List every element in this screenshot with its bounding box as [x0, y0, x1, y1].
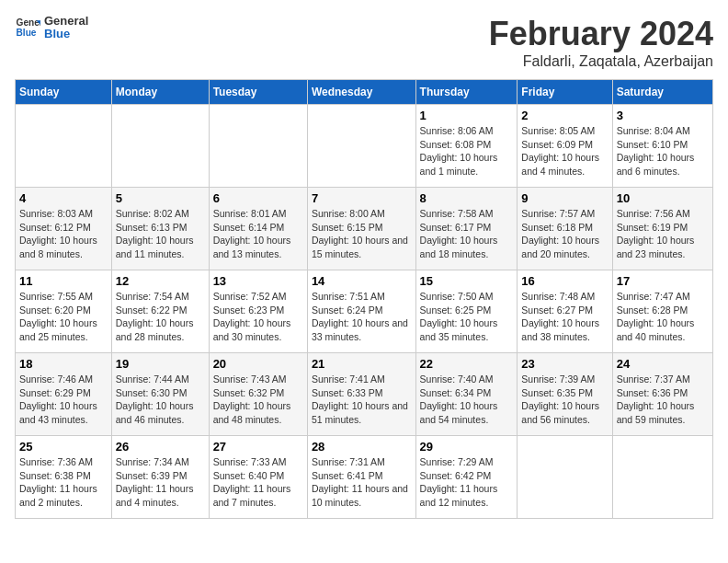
day-info: Sunrise: 8:05 AM Sunset: 6:09 PM Dayligh…	[521, 124, 608, 178]
day-cell: 19Sunrise: 7:44 AM Sunset: 6:30 PM Dayli…	[111, 353, 209, 436]
day-info: Sunrise: 7:47 AM Sunset: 6:28 PM Dayligh…	[617, 290, 709, 344]
day-number: 1	[420, 109, 514, 122]
day-number: 29	[420, 440, 514, 454]
day-cell	[111, 105, 209, 188]
header-friday: Friday	[518, 80, 612, 105]
day-number: 16	[521, 274, 608, 288]
day-cell: 20Sunrise: 7:43 AM Sunset: 6:32 PM Dayli…	[209, 353, 307, 436]
day-cell: 1Sunrise: 8:06 AM Sunset: 6:08 PM Daylig…	[415, 105, 518, 188]
header-wednesday: Wednesday	[307, 80, 415, 105]
day-info: Sunrise: 7:36 AM Sunset: 6:38 PM Dayligh…	[19, 455, 108, 510]
title-block: February 2024 Faldarli, Zaqatala, Azerba…	[489, 15, 713, 70]
logo-icon: General Blue	[15, 15, 40, 40]
day-cell: 3Sunrise: 8:04 AM Sunset: 6:10 PM Daylig…	[612, 105, 712, 188]
day-cell: 21Sunrise: 7:41 AM Sunset: 6:33 PM Dayli…	[307, 353, 415, 436]
day-info: Sunrise: 7:56 AM Sunset: 6:19 PM Dayligh…	[617, 207, 709, 261]
day-cell: 14Sunrise: 7:51 AM Sunset: 6:24 PM Dayli…	[307, 270, 415, 353]
day-cell: 17Sunrise: 7:47 AM Sunset: 6:28 PM Dayli…	[612, 270, 712, 353]
day-number: 24	[617, 357, 709, 371]
day-number: 14	[312, 274, 412, 288]
day-cell	[518, 436, 612, 519]
day-info: Sunrise: 7:43 AM Sunset: 6:32 PM Dayligh…	[213, 373, 303, 427]
day-cell: 26Sunrise: 7:34 AM Sunset: 6:39 PM Dayli…	[111, 436, 209, 519]
week-row-4: 18Sunrise: 7:46 AM Sunset: 6:29 PM Dayli…	[16, 353, 713, 436]
header-row: SundayMondayTuesdayWednesdayThursdayFrid…	[16, 80, 713, 105]
day-info: Sunrise: 7:44 AM Sunset: 6:30 PM Dayligh…	[116, 373, 205, 427]
header-tuesday: Tuesday	[209, 80, 307, 105]
day-cell: 28Sunrise: 7:31 AM Sunset: 6:41 PM Dayli…	[307, 436, 415, 519]
day-number: 20	[213, 357, 303, 371]
day-cell: 10Sunrise: 7:56 AM Sunset: 6:19 PM Dayli…	[612, 188, 712, 270]
header-saturday: Saturday	[612, 80, 712, 105]
day-cell: 9Sunrise: 7:57 AM Sunset: 6:18 PM Daylig…	[518, 188, 612, 270]
day-cell	[16, 105, 112, 188]
day-cell: 5Sunrise: 8:02 AM Sunset: 6:13 PM Daylig…	[111, 188, 209, 270]
day-info: Sunrise: 8:00 AM Sunset: 6:15 PM Dayligh…	[312, 207, 412, 261]
day-number: 2	[521, 109, 608, 122]
day-cell: 29Sunrise: 7:29 AM Sunset: 6:42 PM Dayli…	[415, 436, 518, 519]
day-info: Sunrise: 7:39 AM Sunset: 6:35 PM Dayligh…	[521, 373, 608, 427]
day-number: 23	[521, 357, 608, 371]
day-cell: 27Sunrise: 7:33 AM Sunset: 6:40 PM Dayli…	[209, 436, 307, 519]
week-row-5: 25Sunrise: 7:36 AM Sunset: 6:38 PM Dayli…	[16, 436, 713, 519]
day-number: 28	[312, 440, 412, 454]
header-monday: Monday	[111, 80, 209, 105]
day-info: Sunrise: 7:41 AM Sunset: 6:33 PM Dayligh…	[312, 373, 412, 427]
day-cell: 18Sunrise: 7:46 AM Sunset: 6:29 PM Dayli…	[16, 353, 112, 436]
logo: General Blue General Blue	[15, 15, 88, 41]
day-info: Sunrise: 7:31 AM Sunset: 6:41 PM Dayligh…	[312, 455, 412, 510]
day-info: Sunrise: 8:04 AM Sunset: 6:10 PM Dayligh…	[617, 124, 709, 178]
day-number: 27	[213, 440, 303, 454]
day-info: Sunrise: 7:29 AM Sunset: 6:42 PM Dayligh…	[420, 455, 514, 510]
day-info: Sunrise: 7:58 AM Sunset: 6:17 PM Dayligh…	[420, 207, 514, 261]
day-number: 22	[420, 357, 514, 371]
day-info: Sunrise: 8:06 AM Sunset: 6:08 PM Dayligh…	[420, 124, 514, 178]
calendar-table: SundayMondayTuesdayWednesdayThursdayFrid…	[15, 79, 713, 519]
day-info: Sunrise: 7:55 AM Sunset: 6:20 PM Dayligh…	[19, 290, 108, 344]
day-info: Sunrise: 7:51 AM Sunset: 6:24 PM Dayligh…	[312, 290, 412, 344]
logo-general: General	[44, 15, 88, 28]
day-number: 13	[213, 274, 303, 288]
day-number: 25	[19, 440, 108, 454]
day-info: Sunrise: 7:34 AM Sunset: 6:39 PM Dayligh…	[116, 455, 205, 510]
day-cell	[209, 105, 307, 188]
day-number: 10	[617, 191, 709, 205]
day-cell: 2Sunrise: 8:05 AM Sunset: 6:09 PM Daylig…	[518, 105, 612, 188]
day-cell: 11Sunrise: 7:55 AM Sunset: 6:20 PM Dayli…	[16, 270, 112, 353]
page-header: General Blue General Blue February 2024 …	[15, 15, 713, 70]
day-number: 4	[19, 191, 108, 205]
day-number: 5	[116, 191, 205, 205]
day-number: 6	[213, 191, 303, 205]
day-cell: 16Sunrise: 7:48 AM Sunset: 6:27 PM Dayli…	[518, 270, 612, 353]
day-cell: 15Sunrise: 7:50 AM Sunset: 6:25 PM Dayli…	[415, 270, 518, 353]
day-number: 12	[116, 274, 205, 288]
day-info: Sunrise: 7:57 AM Sunset: 6:18 PM Dayligh…	[521, 207, 608, 261]
day-cell: 13Sunrise: 7:52 AM Sunset: 6:23 PM Dayli…	[209, 270, 307, 353]
day-info: Sunrise: 8:02 AM Sunset: 6:13 PM Dayligh…	[116, 207, 205, 261]
header-sunday: Sunday	[16, 80, 112, 105]
day-cell: 12Sunrise: 7:54 AM Sunset: 6:22 PM Dayli…	[111, 270, 209, 353]
day-info: Sunrise: 7:40 AM Sunset: 6:34 PM Dayligh…	[420, 373, 514, 427]
day-number: 18	[19, 357, 108, 371]
day-info: Sunrise: 7:54 AM Sunset: 6:22 PM Dayligh…	[116, 290, 205, 344]
day-cell: 24Sunrise: 7:37 AM Sunset: 6:36 PM Dayli…	[612, 353, 712, 436]
week-row-3: 11Sunrise: 7:55 AM Sunset: 6:20 PM Dayli…	[16, 270, 713, 353]
week-row-2: 4Sunrise: 8:03 AM Sunset: 6:12 PM Daylig…	[16, 188, 713, 270]
day-info: Sunrise: 7:46 AM Sunset: 6:29 PM Dayligh…	[19, 373, 108, 427]
svg-text:Blue: Blue	[17, 28, 37, 38]
day-info: Sunrise: 8:01 AM Sunset: 6:14 PM Dayligh…	[213, 207, 303, 261]
day-number: 19	[116, 357, 205, 371]
day-info: Sunrise: 8:03 AM Sunset: 6:12 PM Dayligh…	[19, 207, 108, 261]
day-cell: 6Sunrise: 8:01 AM Sunset: 6:14 PM Daylig…	[209, 188, 307, 270]
calendar-subtitle: Faldarli, Zaqatala, Azerbaijan	[489, 53, 713, 70]
day-number: 15	[420, 274, 514, 288]
day-cell	[612, 436, 712, 519]
day-info: Sunrise: 7:48 AM Sunset: 6:27 PM Dayligh…	[521, 290, 608, 344]
day-cell: 23Sunrise: 7:39 AM Sunset: 6:35 PM Dayli…	[518, 353, 612, 436]
day-info: Sunrise: 7:37 AM Sunset: 6:36 PM Dayligh…	[617, 373, 709, 427]
day-info: Sunrise: 7:33 AM Sunset: 6:40 PM Dayligh…	[213, 455, 303, 510]
day-number: 9	[521, 191, 608, 205]
calendar-title: February 2024	[489, 15, 713, 53]
week-row-1: 1Sunrise: 8:06 AM Sunset: 6:08 PM Daylig…	[16, 105, 713, 188]
day-cell: 22Sunrise: 7:40 AM Sunset: 6:34 PM Dayli…	[415, 353, 518, 436]
